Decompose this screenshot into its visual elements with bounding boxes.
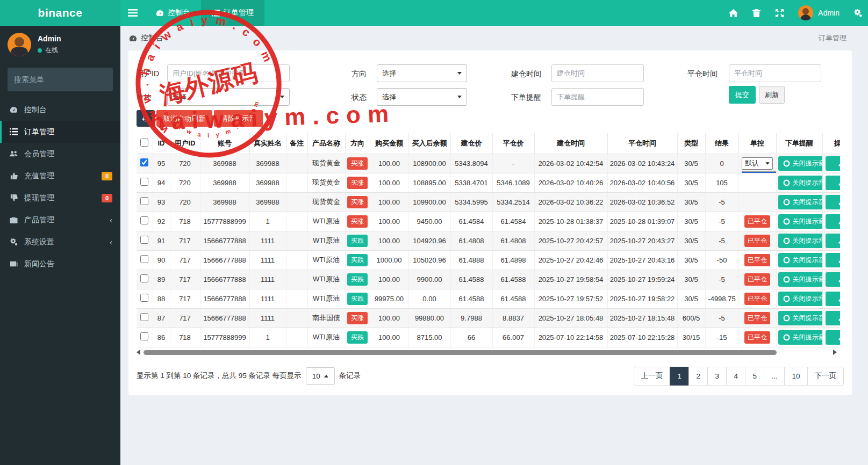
edit-order-button[interactable]: [826, 272, 840, 287]
row-checkbox[interactable]: [140, 332, 148, 340]
sidebar-item-订单管理[interactable]: 订单管理: [0, 121, 120, 143]
refresh-button[interactable]: 刷新: [759, 86, 785, 104]
sidebar-item-系统设置[interactable]: 系统设置‹: [0, 231, 120, 253]
breadcrumb[interactable]: 控制台: [129, 33, 163, 43]
orderalert-input[interactable]: [551, 88, 644, 106]
page-button-4[interactable]: 4: [726, 367, 745, 386]
tab-orders[interactable]: 订单管理: [201, 0, 264, 26]
pencil-icon: [838, 276, 841, 283]
sidebar-item-新闻公告[interactable]: 新闻公告: [0, 253, 120, 275]
direction-select[interactable]: 选择: [377, 64, 467, 82]
edit-order-button[interactable]: [826, 330, 840, 345]
closetime-input[interactable]: [729, 64, 821, 82]
fullscreen-icon[interactable]: [775, 9, 784, 18]
edit-order-button[interactable]: [826, 214, 840, 229]
edit-order-button[interactable]: [826, 176, 840, 190]
settings-gears-icon[interactable]: [853, 9, 863, 18]
cancel-autorefresh-button[interactable]: 取消自动刷新: [156, 110, 212, 127]
clear-sound-button[interactable]: 清除提示音: [214, 110, 263, 127]
status-select[interactable]: 选择: [377, 88, 467, 106]
row-checkbox[interactable]: [140, 216, 148, 224]
sidebar-item-label: 会员管理: [24, 149, 112, 159]
cell-uid: 720: [170, 173, 200, 192]
close-sound-button[interactable]: 关闭提示音: [778, 214, 823, 229]
close-sound-button[interactable]: 关闭提示音: [778, 330, 823, 345]
sidebar-item-提现管理[interactable]: 提现管理0: [0, 187, 120, 209]
trash-icon[interactable]: [752, 9, 761, 18]
page-button-下一页[interactable]: 下一页: [807, 367, 844, 386]
close-sound-button[interactable]: 关闭提示音: [778, 292, 823, 306]
edit-order-button[interactable]: [826, 311, 840, 325]
list-icon: [212, 10, 220, 17]
page-button-2[interactable]: 2: [688, 367, 708, 386]
row-checkbox[interactable]: [140, 274, 148, 282]
scroll-right-arrow-icon[interactable]: [833, 350, 837, 355]
user-name: Admin: [818, 9, 840, 17]
cell-ctime: 2025-07-10 22:15:28: [607, 328, 677, 347]
page-size-select[interactable]: 10: [306, 367, 335, 385]
close-sound-button[interactable]: 关闭提示音: [778, 156, 823, 171]
page-button-5[interactable]: 5: [745, 367, 764, 386]
submit-button[interactable]: 提交: [729, 86, 756, 104]
filter-userid-label: 用户ID: [137, 65, 159, 82]
row-checkbox[interactable]: [140, 255, 148, 263]
gears-icon: [10, 238, 18, 246]
cell-id: 92: [153, 212, 170, 231]
control-select[interactable]: 选择: [167, 88, 290, 106]
pencil-icon: [838, 334, 841, 341]
sidebar-item-label: 订单管理: [24, 127, 112, 137]
page-button-上一页[interactable]: 上一页: [634, 367, 671, 386]
row-checkbox[interactable]: [140, 313, 148, 321]
home-icon[interactable]: [729, 9, 738, 18]
close-sound-button[interactable]: 关闭提示音: [778, 253, 823, 267]
refresh-icon: [142, 115, 149, 122]
close-sound-button[interactable]: 关闭提示音: [778, 272, 823, 287]
page-button-3[interactable]: 3: [707, 367, 727, 386]
cell-uid: 720: [170, 192, 200, 212]
edit-order-button[interactable]: [826, 234, 840, 248]
horizontal-scrollbar[interactable]: [137, 349, 840, 356]
pagination: 上一页12345...10下一页: [634, 367, 844, 386]
cell-dir: 买跌: [345, 289, 370, 308]
sidebar-item-充值管理[interactable]: 充值管理0: [0, 165, 120, 187]
sidebar-item-控制台[interactable]: 控制台: [0, 99, 120, 121]
row-select-cell: [137, 308, 153, 328]
page-button-1[interactable]: 1: [670, 367, 689, 386]
scrollbar-thumb[interactable]: [144, 350, 777, 355]
circle-icon: [783, 334, 790, 341]
sidebar-item-产品管理[interactable]: 产品管理‹: [0, 209, 120, 231]
user-menu[interactable]: Admin: [798, 5, 840, 20]
main-content: 控制台 订单管理 用户ID 单控 选择 方向 选择 状态 选择 建仓时间 下单提…: [120, 26, 868, 465]
menu-search-input[interactable]: [14, 75, 111, 84]
cell-close: 61.4808: [492, 231, 534, 250]
page-button-10[interactable]: 10: [784, 367, 807, 386]
close-sound-button[interactable]: 关闭提示音: [778, 195, 823, 209]
cell-alert: 关闭提示音: [776, 289, 822, 308]
row-checkbox[interactable]: [140, 178, 148, 186]
close-sound-button[interactable]: 关闭提示音: [778, 311, 823, 325]
closed-badge: 已平仓: [744, 215, 770, 228]
row-checkbox[interactable]: [140, 236, 148, 244]
scroll-left-arrow-icon[interactable]: [137, 350, 140, 355]
page-button-...[interactable]: ...: [764, 367, 785, 386]
edit-order-button[interactable]: [826, 195, 840, 209]
edit-order-button[interactable]: [826, 156, 840, 171]
close-sound-button[interactable]: 关闭提示音: [778, 234, 823, 248]
row-checkbox[interactable]: [140, 197, 148, 205]
row-control-select[interactable]: 默认: [742, 157, 773, 170]
select-all-checkbox[interactable]: [140, 139, 148, 147]
edit-order-button[interactable]: [826, 253, 840, 267]
edit-order-button[interactable]: [826, 292, 840, 306]
tab-dashboard[interactable]: 控制台: [145, 0, 201, 26]
sidebar-item-会员管理[interactable]: 会员管理: [0, 143, 120, 165]
refresh-table-button[interactable]: [137, 110, 155, 127]
opentime-input[interactable]: [551, 64, 644, 82]
row-checkbox[interactable]: [140, 294, 148, 302]
close-sound-button[interactable]: 关闭提示音: [778, 176, 823, 190]
direction-badge: 买跌: [347, 331, 368, 344]
row-checkbox[interactable]: [140, 158, 148, 166]
chevron-down-icon: [765, 162, 769, 165]
userid-search-input[interactable]: [167, 64, 290, 82]
sidebar-toggle-button[interactable]: [120, 0, 145, 26]
cell-open: 66: [450, 328, 492, 347]
